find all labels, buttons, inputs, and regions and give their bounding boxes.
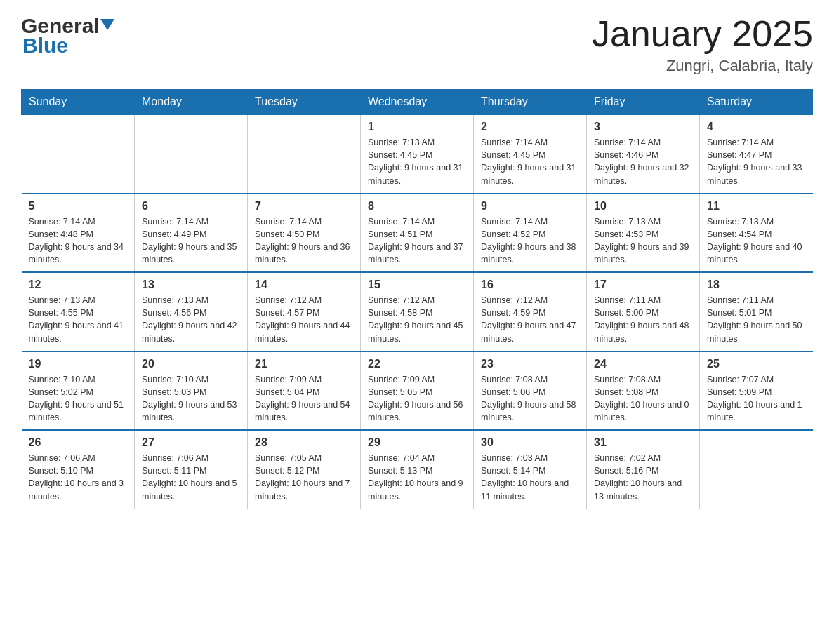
day-number: 25 — [707, 358, 806, 370]
calendar-cell: 20Sunrise: 7:10 AMSunset: 5:03 PMDayligh… — [135, 351, 248, 431]
logo: General Blue — [21, 14, 116, 58]
calendar-cell: 4Sunrise: 7:14 AMSunset: 4:47 PMDaylight… — [700, 114, 813, 194]
calendar-body: 1Sunrise: 7:13 AMSunset: 4:45 PMDaylight… — [22, 114, 813, 509]
day-number: 31 — [594, 436, 692, 449]
calendar-cell — [700, 430, 813, 509]
day-info: Sunrise: 7:05 AMSunset: 5:12 PMDaylight:… — [255, 452, 353, 503]
calendar-cell: 12Sunrise: 7:13 AMSunset: 4:55 PMDayligh… — [22, 272, 135, 351]
calendar-cell: 10Sunrise: 7:13 AMSunset: 4:53 PMDayligh… — [587, 194, 700, 273]
calendar-cell: 1Sunrise: 7:13 AMSunset: 4:45 PMDaylight… — [361, 114, 474, 194]
day-number: 6 — [142, 200, 240, 213]
day-info: Sunrise: 7:14 AMSunset: 4:45 PMDaylight:… — [481, 136, 579, 187]
day-number: 20 — [142, 358, 240, 370]
day-info: Sunrise: 7:13 AMSunset: 4:56 PMDaylight:… — [142, 294, 240, 345]
day-info: Sunrise: 7:11 AMSunset: 5:00 PMDaylight:… — [594, 294, 692, 345]
calendar-cell: 7Sunrise: 7:14 AMSunset: 4:50 PMDaylight… — [248, 194, 361, 273]
location: Zungri, Calabria, Italy — [592, 57, 813, 75]
calendar-week-4: 19Sunrise: 7:10 AMSunset: 5:02 PMDayligh… — [22, 351, 813, 431]
day-info: Sunrise: 7:14 AMSunset: 4:47 PMDaylight:… — [707, 136, 806, 187]
day-number: 27 — [142, 436, 240, 449]
day-number: 17 — [594, 279, 692, 291]
day-info: Sunrise: 7:14 AMSunset: 4:48 PMDaylight:… — [29, 215, 128, 267]
day-number: 5 — [29, 200, 128, 213]
day-info: Sunrise: 7:14 AMSunset: 4:46 PMDaylight:… — [594, 136, 692, 187]
calendar-cell: 15Sunrise: 7:12 AMSunset: 4:58 PMDayligh… — [361, 272, 474, 351]
weekday-header-saturday: Saturday — [700, 90, 813, 115]
month-title: January 2025 — [592, 14, 813, 54]
calendar-cell: 21Sunrise: 7:09 AMSunset: 5:04 PMDayligh… — [248, 351, 361, 431]
day-info: Sunrise: 7:13 AMSunset: 4:55 PMDaylight:… — [29, 294, 128, 345]
calendar-cell: 31Sunrise: 7:02 AMSunset: 5:16 PMDayligh… — [587, 430, 700, 509]
day-info: Sunrise: 7:10 AMSunset: 5:03 PMDaylight:… — [142, 373, 240, 424]
weekday-header-tuesday: Tuesday — [248, 90, 361, 115]
day-number: 13 — [142, 279, 240, 291]
logo-arrow-icon — [100, 19, 114, 33]
day-number: 22 — [368, 358, 466, 370]
day-info: Sunrise: 7:06 AMSunset: 5:11 PMDaylight:… — [142, 452, 240, 503]
day-info: Sunrise: 7:10 AMSunset: 5:02 PMDaylight:… — [29, 373, 128, 424]
day-info: Sunrise: 7:08 AMSunset: 5:06 PMDaylight:… — [481, 373, 579, 424]
day-info: Sunrise: 7:12 AMSunset: 4:58 PMDaylight:… — [368, 294, 466, 345]
day-number: 15 — [368, 279, 466, 291]
day-info: Sunrise: 7:09 AMSunset: 5:04 PMDaylight:… — [255, 373, 353, 424]
day-info: Sunrise: 7:11 AMSunset: 5:01 PMDaylight:… — [707, 294, 806, 345]
day-info: Sunrise: 7:02 AMSunset: 5:16 PMDaylight:… — [594, 452, 692, 503]
day-info: Sunrise: 7:09 AMSunset: 5:05 PMDaylight:… — [368, 373, 466, 424]
calendar-cell: 30Sunrise: 7:03 AMSunset: 5:14 PMDayligh… — [474, 430, 587, 509]
calendar-cell: 5Sunrise: 7:14 AMSunset: 4:48 PMDaylight… — [22, 194, 135, 273]
day-info: Sunrise: 7:06 AMSunset: 5:10 PMDaylight:… — [29, 452, 128, 503]
day-info: Sunrise: 7:14 AMSunset: 4:50 PMDaylight:… — [255, 215, 353, 267]
day-number: 3 — [594, 121, 692, 133]
weekday-header-monday: Monday — [135, 90, 248, 115]
calendar-cell: 19Sunrise: 7:10 AMSunset: 5:02 PMDayligh… — [22, 351, 135, 431]
day-number: 10 — [594, 200, 692, 213]
calendar-week-3: 12Sunrise: 7:13 AMSunset: 4:55 PMDayligh… — [22, 272, 813, 351]
day-info: Sunrise: 7:12 AMSunset: 4:59 PMDaylight:… — [481, 294, 579, 345]
calendar-cell: 17Sunrise: 7:11 AMSunset: 5:00 PMDayligh… — [587, 272, 700, 351]
day-info: Sunrise: 7:14 AMSunset: 4:49 PMDaylight:… — [142, 215, 240, 267]
calendar-cell: 13Sunrise: 7:13 AMSunset: 4:56 PMDayligh… — [135, 272, 248, 351]
calendar-cell: 29Sunrise: 7:04 AMSunset: 5:13 PMDayligh… — [361, 430, 474, 509]
calendar-cell — [248, 114, 361, 194]
day-info: Sunrise: 7:08 AMSunset: 5:08 PMDaylight:… — [594, 373, 692, 424]
calendar-cell: 23Sunrise: 7:08 AMSunset: 5:06 PMDayligh… — [474, 351, 587, 431]
calendar-cell: 27Sunrise: 7:06 AMSunset: 5:11 PMDayligh… — [135, 430, 248, 509]
day-number: 19 — [29, 358, 128, 370]
calendar-cell — [22, 114, 135, 194]
day-number: 28 — [255, 436, 353, 449]
page-header: General Blue January 2025 Zungri, Calabr… — [21, 14, 813, 75]
calendar-table: SundayMondayTuesdayWednesdayThursdayFrid… — [21, 89, 813, 509]
day-number: 7 — [255, 200, 353, 213]
calendar-cell: 24Sunrise: 7:08 AMSunset: 5:08 PMDayligh… — [587, 351, 700, 431]
weekday-header-row: SundayMondayTuesdayWednesdayThursdayFrid… — [22, 90, 813, 115]
calendar-cell: 6Sunrise: 7:14 AMSunset: 4:49 PMDaylight… — [135, 194, 248, 273]
day-info: Sunrise: 7:13 AMSunset: 4:45 PMDaylight:… — [368, 136, 466, 187]
calendar-week-1: 1Sunrise: 7:13 AMSunset: 4:45 PMDaylight… — [22, 114, 813, 194]
weekday-header-sunday: Sunday — [22, 90, 135, 115]
day-number: 30 — [481, 436, 579, 449]
day-number: 12 — [29, 279, 128, 291]
day-number: 14 — [255, 279, 353, 291]
day-info: Sunrise: 7:12 AMSunset: 4:57 PMDaylight:… — [255, 294, 353, 345]
day-info: Sunrise: 7:14 AMSunset: 4:52 PMDaylight:… — [481, 215, 579, 267]
day-info: Sunrise: 7:04 AMSunset: 5:13 PMDaylight:… — [368, 452, 466, 503]
calendar-cell: 3Sunrise: 7:14 AMSunset: 4:46 PMDaylight… — [587, 114, 700, 194]
logo-blue-text: Blue — [22, 34, 116, 58]
day-number: 11 — [707, 200, 806, 213]
weekday-header-wednesday: Wednesday — [361, 90, 474, 115]
day-number: 26 — [29, 436, 128, 449]
calendar-cell: 18Sunrise: 7:11 AMSunset: 5:01 PMDayligh… — [700, 272, 813, 351]
day-number: 9 — [481, 200, 579, 213]
day-number: 29 — [368, 436, 466, 449]
title-block: January 2025 Zungri, Calabria, Italy — [592, 14, 813, 75]
calendar-header: SundayMondayTuesdayWednesdayThursdayFrid… — [22, 90, 813, 115]
calendar-cell: 22Sunrise: 7:09 AMSunset: 5:05 PMDayligh… — [361, 351, 474, 431]
calendar-cell: 14Sunrise: 7:12 AMSunset: 4:57 PMDayligh… — [248, 272, 361, 351]
calendar-cell — [135, 114, 248, 194]
calendar-cell: 28Sunrise: 7:05 AMSunset: 5:12 PMDayligh… — [248, 430, 361, 509]
day-number: 23 — [481, 358, 579, 370]
day-info: Sunrise: 7:13 AMSunset: 4:53 PMDaylight:… — [594, 215, 692, 267]
day-info: Sunrise: 7:14 AMSunset: 4:51 PMDaylight:… — [368, 215, 466, 267]
day-number: 21 — [255, 358, 353, 370]
day-number: 4 — [707, 121, 806, 133]
